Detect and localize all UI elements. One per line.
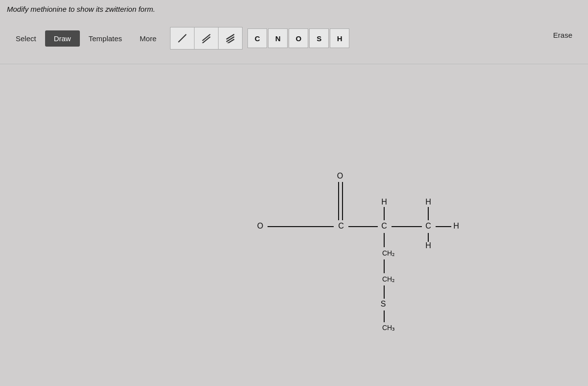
sulfur-button[interactable]: S <box>309 28 329 48</box>
svg-line-4 <box>226 37 234 42</box>
hydrogen-button[interactable]: H <box>330 28 349 48</box>
bond-tools <box>170 27 243 50</box>
instruction-text: Modify methionine to show its zwitterion… <box>7 5 155 13</box>
atom-tools: C N O S H <box>247 28 349 48</box>
atom-C2: C <box>381 222 387 230</box>
single-bond-button[interactable] <box>171 27 195 49</box>
more-button[interactable]: More <box>131 30 165 47</box>
atom-O-top: O <box>337 172 343 180</box>
page-container: Modify methionine to show its zwitterion… <box>0 0 588 386</box>
atom-CH3: CH₃ <box>382 324 395 332</box>
atom-C3: C <box>425 222 431 230</box>
atom-C1: C <box>338 222 344 230</box>
atom-O-left: O <box>257 222 263 230</box>
select-button[interactable]: Select <box>7 30 45 47</box>
toolbar: Select Draw Templates More <box>7 27 581 50</box>
atom-S: S <box>381 300 386 308</box>
molecule-svg: O C O C H CH₂ CH₂ S <box>253 137 459 333</box>
atom-CH2-1: CH₂ <box>382 249 395 257</box>
svg-line-3 <box>226 34 234 39</box>
draw-button[interactable]: Draw <box>45 30 80 47</box>
atom-H-right: H <box>453 222 459 230</box>
drawing-area[interactable]: O C O C H CH₂ CH₂ S <box>0 64 588 386</box>
atom-H-above-C3: H <box>425 198 431 206</box>
atom-H-below-C3: H <box>425 241 431 250</box>
atom-H-above-C2: H <box>381 198 387 206</box>
erase-button[interactable]: Erase <box>544 27 581 43</box>
svg-line-0 <box>178 34 186 42</box>
templates-button[interactable]: Templates <box>80 30 131 47</box>
atom-CH2-2: CH₂ <box>382 275 395 283</box>
nitrogen-button[interactable]: N <box>268 28 288 48</box>
carbon-button[interactable]: C <box>247 28 267 48</box>
double-bond-button[interactable] <box>195 27 219 49</box>
oxygen-button[interactable]: O <box>289 28 308 48</box>
triple-bond-button[interactable] <box>219 27 242 49</box>
